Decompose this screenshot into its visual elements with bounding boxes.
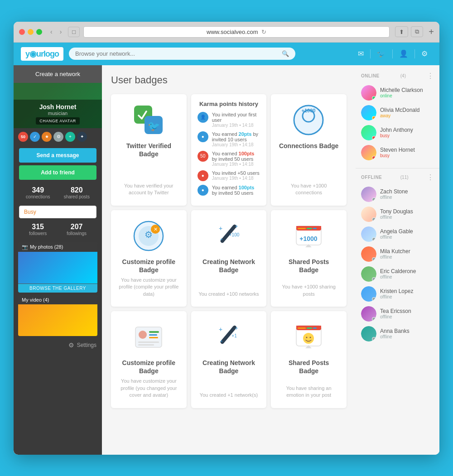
svg-rect-40 bbox=[313, 327, 317, 329]
user-info-eric: Eric Calderone offline bbox=[380, 268, 434, 279]
tab-view-button[interactable]: □ bbox=[68, 27, 80, 37]
twitter-badge-title: Twitter Verified Badge bbox=[118, 142, 179, 158]
change-avatar-button[interactable]: CHANGE AVATAR bbox=[36, 117, 79, 125]
nav-divider-1 bbox=[370, 49, 371, 58]
forward-button[interactable]: › bbox=[57, 27, 65, 36]
search-bar[interactable]: 🔍 bbox=[69, 48, 295, 60]
new-tab-button[interactable]: + bbox=[429, 27, 434, 37]
profile-icon[interactable]: 👤 bbox=[395, 46, 413, 62]
left-sidebar: Create a network Josh Hornet musician CH… bbox=[14, 65, 102, 455]
user-status-steven: busy bbox=[380, 153, 434, 158]
send-message-button[interactable]: Send a message bbox=[19, 148, 96, 163]
user-status-eric: offline bbox=[380, 274, 434, 279]
messages-icon[interactable]: ✉ bbox=[353, 46, 368, 62]
followings-label: followings bbox=[67, 231, 87, 236]
online-offline-divider bbox=[356, 168, 439, 168]
svg-rect-29 bbox=[138, 344, 154, 346]
user-name-olivia: Olivia McDonald bbox=[380, 107, 434, 113]
offline-section: OFFLINE (11) ⋮ Zach Stone offline bbox=[356, 171, 439, 344]
offline-user-2[interactable]: Tony Douglas offline bbox=[356, 204, 439, 224]
sidebar-badges: 50 ✓ ★ ⚙ + ✦ bbox=[14, 128, 102, 145]
user-status-mila: offline bbox=[380, 255, 434, 260]
karma-desc-2: You earned 20pts by invited 10 users bbox=[212, 131, 260, 142]
avatar-olivia bbox=[361, 105, 376, 120]
online-section: ONLINE (4) ⋮ Michelle Clarkson online bbox=[356, 70, 439, 163]
maximize-dot[interactable] bbox=[36, 29, 42, 35]
online-count: (4) bbox=[400, 73, 406, 78]
browser-actions: ⬆ ⧉ bbox=[395, 26, 423, 37]
badge-orange[interactable]: ★ bbox=[42, 132, 52, 142]
share-button[interactable]: ⬆ bbox=[395, 26, 408, 37]
offline-more-button[interactable]: ⋮ bbox=[427, 173, 434, 182]
offline-user-5[interactable]: Eric Calderone offline bbox=[356, 264, 439, 284]
sidebar-footer: ⚙ Settings bbox=[14, 339, 102, 351]
shared-posts-label: shared posts bbox=[64, 194, 90, 199]
photos-header: 📷 My photos (28) bbox=[18, 242, 97, 252]
status-dot-anna bbox=[372, 337, 376, 341]
online-more-button[interactable]: ⋮ bbox=[427, 72, 434, 80]
add-friend-button[interactable]: Add to friend bbox=[19, 165, 96, 180]
photos-title: My photos (28) bbox=[30, 244, 63, 250]
badge-gray[interactable]: ⚙ bbox=[53, 132, 63, 142]
url-bar[interactable]: www.socialveo.com ↻ bbox=[83, 26, 390, 38]
badge-teal[interactable]: + bbox=[65, 132, 75, 142]
offline-user-3[interactable]: Angela Gable offline bbox=[356, 224, 439, 244]
karma-text-2: You earned 20pts by invited 10 users Jan… bbox=[212, 131, 260, 147]
offline-user-7[interactable]: Tea Ericsson offline bbox=[356, 304, 439, 324]
duplicate-button[interactable]: ⧉ bbox=[411, 26, 423, 37]
karma-item-5: ● You earned 100pts by invited 50 users bbox=[198, 185, 260, 196]
user-info-mila: Mila Kutcher offline bbox=[380, 248, 434, 260]
user-info-tea: Tea Ericsson offline bbox=[380, 308, 434, 319]
create-network-button[interactable]: Create a network bbox=[14, 65, 102, 83]
online-user-4[interactable]: Steven Hornet busy bbox=[356, 143, 439, 163]
status-select[interactable]: Busy Online Away Offline bbox=[19, 206, 96, 218]
badge-dark[interactable]: ✦ bbox=[77, 132, 87, 142]
settings-icon[interactable]: ⚙ bbox=[417, 46, 432, 62]
user-name-tony: Tony Douglas bbox=[380, 208, 434, 215]
refresh-button[interactable]: ↻ bbox=[261, 29, 266, 35]
badge-blue[interactable]: ✓ bbox=[30, 132, 40, 142]
photos-widget: 📷 My photos (28) BROWSE THE GALLERY bbox=[18, 242, 97, 293]
avatar-eric bbox=[361, 266, 376, 282]
twitter-icon[interactable]: 🐦 bbox=[372, 46, 390, 62]
close-dot[interactable] bbox=[19, 29, 25, 35]
svg-rect-20 bbox=[307, 228, 312, 229]
browser-window: ‹ › □ www.socialveo.com ↻ ⬆ ⧉ + y◉urlogo… bbox=[14, 22, 439, 455]
nav-divider-3 bbox=[414, 49, 415, 58]
search-input[interactable] bbox=[75, 50, 278, 57]
window-controls bbox=[19, 29, 42, 35]
svg-rect-25 bbox=[149, 331, 159, 333]
status-dot-busy-john bbox=[372, 136, 376, 140]
user-info-tony: Tony Douglas offline bbox=[380, 208, 434, 220]
browse-gallery-button[interactable]: BROWSE THE GALLERY bbox=[18, 284, 97, 293]
karma-desc-3: You earned 100pts by invited 50 users bbox=[212, 151, 260, 162]
nav-divider-2 bbox=[392, 49, 393, 58]
karma-desc-4: You invited +50 users bbox=[212, 170, 260, 176]
shared-posts-stat: 820 shared posts bbox=[64, 186, 90, 199]
creating-network-1-card: + + +100 + Creating Network Badge You cr… bbox=[191, 210, 267, 307]
user-info-zach: Zach Stone offline bbox=[380, 188, 434, 200]
profile-cover: Josh Hornet musician CHANGE AVATAR bbox=[14, 83, 102, 128]
badge-50[interactable]: 50 bbox=[18, 132, 28, 142]
online-user-2[interactable]: Olivia McDonald away bbox=[356, 103, 439, 123]
shared-posts-2-card: Shared Posts Badge You have sharing an e… bbox=[271, 311, 347, 408]
back-button[interactable]: ‹ bbox=[48, 27, 55, 36]
user-status-michelle: online bbox=[380, 93, 434, 98]
user-status-tea: offline bbox=[380, 314, 434, 319]
online-user-1[interactable]: Michelle Clarkson online bbox=[356, 83, 439, 103]
creating-network-1-icon: + + +100 + bbox=[212, 219, 246, 253]
minimize-dot[interactable] bbox=[28, 29, 34, 35]
offline-user-8[interactable]: Anna Banks offline bbox=[356, 324, 439, 344]
status-dot-tony bbox=[372, 217, 376, 221]
offline-user-6[interactable]: Kristen Lopez offline bbox=[356, 284, 439, 304]
offline-user-4[interactable]: Mila Kutcher offline bbox=[356, 244, 439, 264]
karma-text-1: You invited your first user January 19th… bbox=[212, 112, 260, 128]
settings-gear-icon: ⚙ bbox=[68, 341, 74, 349]
camera-icon: 📷 bbox=[22, 244, 28, 250]
profile-name: Josh Hornet bbox=[17, 103, 98, 111]
followers-stat: 315 followers bbox=[29, 223, 47, 236]
connections-badge-desc: You have +1000 connections bbox=[278, 183, 339, 197]
karma-item-2: ● You earned 20pts by invited 10 users J… bbox=[198, 131, 260, 147]
offline-user-1[interactable]: Zach Stone offline bbox=[356, 184, 439, 204]
online-user-3[interactable]: John Anthony busy bbox=[356, 123, 439, 143]
